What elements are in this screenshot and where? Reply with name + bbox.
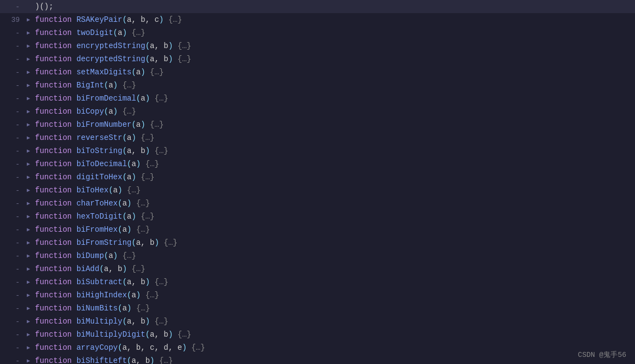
code-content: function charToHex(a) {…} — [35, 199, 631, 208]
fold-arrow-icon[interactable]: ▶ — [24, 120, 33, 129]
line-number: - — [4, 331, 20, 339]
code-line: -▶function setMaxDigits(a) {…} — [0, 66, 635, 79]
code-line: -▶function biHighIndex(a) {…} — [0, 289, 635, 302]
code-content: function biAdd(a, b) {…} — [35, 265, 631, 273]
fold-arrow-icon[interactable]: ▶ — [24, 94, 33, 103]
fold-arrow-icon[interactable]: ▶ — [24, 291, 33, 300]
fold-arrow-icon[interactable]: ▶ — [24, 278, 33, 286]
line-number: - — [4, 291, 20, 300]
code-line: -▶function biToHex(a) {…} — [0, 184, 635, 197]
code-content: function hexToDigit(a) {…} — [35, 212, 631, 221]
line-number: - — [4, 134, 20, 142]
fold-arrow-icon[interactable]: ▶ — [24, 107, 33, 116]
line-number: - — [4, 213, 20, 221]
code-line: -▶function biAdd(a, b) {…} — [0, 262, 635, 275]
line-number: - — [4, 226, 20, 234]
line-number: - — [4, 160, 20, 168]
line-number: - — [4, 318, 20, 326]
code-content: function biMultiplyDigit(a, b) {…} — [35, 330, 631, 339]
code-content: function biMultiply(a, b) {…} — [35, 317, 631, 326]
code-line: -▶function decryptedString(a, b) {…} — [0, 52, 635, 66]
line-number: - — [4, 265, 20, 273]
line-number: - — [4, 239, 20, 247]
code-line: 39▶function RSAKeyPair(a, b, c) {…} — [0, 13, 635, 26]
fold-arrow-icon[interactable]: ▶ — [24, 133, 33, 142]
fold-arrow-icon[interactable]: ▶ — [24, 28, 33, 37]
code-content: function biFromNumber(a) {…} — [35, 120, 631, 129]
code-line: -▶function biMultiply(a, b) {…} — [0, 315, 635, 328]
code-lines: -)();39▶function RSAKeyPair(a, b, c) {…}… — [0, 0, 635, 364]
fold-arrow-icon[interactable]: ▶ — [24, 265, 33, 273]
code-line: -▶function biFromNumber(a) {…} — [0, 118, 635, 131]
line-number: - — [4, 186, 20, 195]
code-content: function biNumBits(a) {…} — [35, 304, 631, 313]
code-content: function biFromHex(a) {…} — [35, 225, 631, 234]
fold-arrow-icon[interactable]: ▶ — [24, 68, 33, 77]
code-line: -▶function arrayCopy(a, b, c, d, e) {…} — [0, 341, 635, 354]
code-line: -▶function biFromHex(a) {…} — [0, 223, 635, 236]
code-content: function arrayCopy(a, b, c, d, e) {…} — [35, 343, 631, 352]
code-line: -▶function biSubtract(a, b) {…} — [0, 275, 635, 289]
code-line: -▶function biShiftLeft(a, b) {…} — [0, 354, 635, 364]
code-content: function setMaxDigits(a) {…} — [35, 68, 631, 77]
code-content: function biFromDecimal(a) {…} — [35, 94, 631, 103]
code-line: -▶function BigInt(a) {…} — [0, 79, 635, 92]
line-number: - — [4, 42, 20, 50]
line-number: - — [4, 173, 20, 181]
watermark-text: CSDN @鬼手56 — [578, 350, 626, 360]
fold-arrow-icon[interactable]: ▶ — [24, 212, 33, 221]
line-number: - — [4, 29, 20, 37]
line-number: - — [4, 357, 20, 365]
code-line: -▶function charToHex(a) {…} — [0, 197, 635, 210]
fold-arrow-icon[interactable]: ▶ — [24, 238, 33, 247]
code-content: function decryptedString(a, b) {…} — [35, 55, 631, 63]
fold-arrow-icon[interactable]: ▶ — [24, 42, 33, 50]
code-content: function RSAKeyPair(a, b, c) {…} — [35, 15, 631, 24]
fold-arrow-icon[interactable]: ▶ — [24, 343, 33, 352]
fold-arrow-icon[interactable]: ▶ — [24, 81, 33, 90]
code-content: function biHighIndex(a) {…} — [35, 291, 631, 300]
code-content: function biToString(a, b) {…} — [35, 146, 631, 155]
code-line: -▶function digitToHex(a) {…} — [0, 171, 635, 184]
fold-arrow-icon[interactable]: ▶ — [24, 304, 33, 313]
line-number: 39 — [4, 16, 20, 24]
fold-arrow-icon[interactable]: ▶ — [24, 186, 33, 195]
code-content: function biDump(a) {…} — [35, 251, 631, 260]
code-editor: -)();39▶function RSAKeyPair(a, b, c) {…}… — [0, 0, 635, 364]
fold-arrow-icon[interactable]: ▶ — [24, 356, 33, 364]
code-line: -▶function twoDigit(a) {…} — [0, 26, 635, 39]
fold-arrow-icon[interactable]: ▶ — [24, 330, 33, 339]
code-line: -▶function biToDecimal(a) {…} — [0, 157, 635, 171]
fold-arrow-icon[interactable]: ▶ — [24, 173, 33, 181]
code-line: -▶function biFromDecimal(a) {…} — [0, 92, 635, 105]
line-number: - — [4, 3, 20, 11]
fold-arrow-icon[interactable]: ▶ — [24, 15, 33, 24]
code-content: function twoDigit(a) {…} — [35, 28, 631, 37]
fold-arrow-icon[interactable]: ▶ — [24, 317, 33, 326]
code-line: -▶function biDump(a) {…} — [0, 249, 635, 262]
fold-arrow-icon[interactable]: ▶ — [24, 251, 33, 260]
code-line: -▶function reverseStr(a) {…} — [0, 131, 635, 144]
fold-arrow-icon[interactable]: ▶ — [24, 146, 33, 155]
fold-arrow-icon[interactable]: ▶ — [24, 55, 33, 63]
code-content: function encryptedString(a, b) {…} — [35, 42, 631, 50]
fold-arrow-icon[interactable]: ▶ — [24, 160, 33, 168]
line-number: - — [4, 108, 20, 116]
line-number: - — [4, 68, 20, 77]
fold-arrow-icon[interactable]: ▶ — [24, 199, 33, 208]
code-content: function digitToHex(a) {…} — [35, 173, 631, 181]
code-line: -▶function encryptedString(a, b) {…} — [0, 39, 635, 52]
code-line: -▶function hexToDigit(a) {…} — [0, 210, 635, 223]
code-line: -▶function biMultiplyDigit(a, b) {…} — [0, 328, 635, 341]
code-content: function biFromString(a, b) {…} — [35, 238, 631, 247]
code-line: -▶function biNumBits(a) {…} — [0, 302, 635, 315]
code-content: function biToHex(a) {…} — [35, 186, 631, 195]
line-number: - — [4, 199, 20, 208]
code-content: function biCopy(a) {…} — [35, 107, 631, 116]
code-content: )(); — [35, 2, 631, 11]
line-number: - — [4, 278, 20, 286]
line-number: - — [4, 121, 20, 129]
fold-arrow-icon[interactable]: ▶ — [24, 225, 33, 234]
line-number: - — [4, 55, 20, 63]
code-content: function biShiftLeft(a, b) {…} — [35, 356, 631, 364]
